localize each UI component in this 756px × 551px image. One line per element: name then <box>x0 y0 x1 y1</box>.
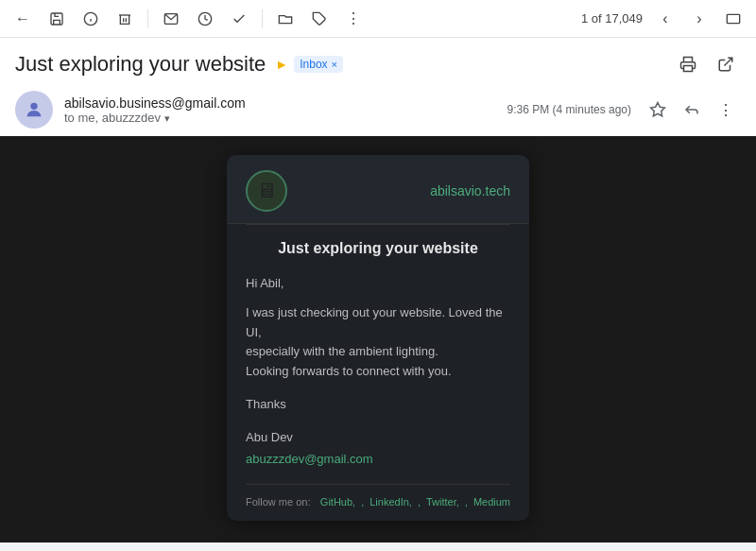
sender-info: abilsavio.business@gmail.com to me, abuz… <box>64 95 507 125</box>
linkedin-link[interactable]: LinkedIn <box>369 496 412 508</box>
important-marker: ► <box>275 57 288 72</box>
github-link[interactable]: GitHub <box>320 496 355 508</box>
svg-rect-0 <box>51 13 62 25</box>
email-card-subject: Just exploring your website <box>246 240 510 257</box>
separator-2: , <box>418 496 421 508</box>
email-card-body: Just exploring your website Hi Abil, I w… <box>227 225 529 484</box>
divider-2 <box>262 9 263 28</box>
tag-icon[interactable] <box>304 4 335 34</box>
clock-icon[interactable] <box>190 4 220 34</box>
email-card-footer: Follow me on: GitHub , LinkedIn , Twitte… <box>246 484 510 521</box>
sender-to-field[interactable]: to me, abuzzzdev ▾ <box>64 111 507 125</box>
email-timestamp: 9:36 PM (4 minutes ago) <box>507 103 631 116</box>
avatar <box>15 91 53 129</box>
svg-rect-8 <box>684 66 693 72</box>
follow-me-section: Follow me on: GitHub , LinkedIn , Twitte… <box>246 496 510 508</box>
page-count: 1 of 17,049 <box>581 11 643 26</box>
thanks-text: Thanks <box>246 395 510 415</box>
print-icon[interactable] <box>673 49 703 79</box>
greeting-text: Hi Abil, <box>246 274 510 294</box>
card-sender-name: Abu Dev <box>246 428 510 448</box>
nav-next-icon[interactable]: › <box>684 4 714 34</box>
reply-icon[interactable] <box>677 95 707 125</box>
svg-point-10 <box>30 103 37 110</box>
card-sender-email[interactable]: abuzzzdev@gmail.com <box>246 452 373 466</box>
email-body-area: 🖥 abilsavio.tech Just exploring your web… <box>0 136 756 542</box>
sender-name: abilsavio.business@gmail.com <box>64 95 507 111</box>
sender-row: abilsavio.business@gmail.com to me, abuz… <box>0 87 756 136</box>
email-logo: 🖥 <box>246 170 287 212</box>
email-content: Hi Abil, I was just checking out your we… <box>246 274 510 469</box>
mail-icon[interactable] <box>156 4 186 34</box>
follow-label: Follow me on: <box>246 496 310 508</box>
chrome-toolbar: ← ⋮ 1 of 17,049 ‹ › <box>0 0 756 38</box>
chevron-down-icon: ▾ <box>164 112 170 124</box>
folder-icon[interactable] <box>270 4 301 34</box>
more-options-icon[interactable]: ⋮ <box>711 95 741 125</box>
sender-actions: 9:36 PM (4 minutes ago) ⋮ <box>507 95 741 125</box>
twitter-link[interactable]: Twitter <box>426 496 459 508</box>
subject-actions <box>673 49 741 79</box>
window-control-icon[interactable] <box>718 4 748 34</box>
save-icon[interactable] <box>42 4 72 34</box>
social-links: GitHub , LinkedIn , Twitter , Medium <box>320 496 510 508</box>
email-card: 🖥 abilsavio.tech Just exploring your web… <box>227 155 529 521</box>
subject-bar: Just exploring your website ► Inbox × <box>0 38 756 87</box>
body-text: I was just checking out your website. Lo… <box>246 303 510 382</box>
svg-marker-11 <box>651 103 665 116</box>
star-icon[interactable] <box>643 95 673 125</box>
inbox-label: Inbox <box>300 58 327 71</box>
svg-line-9 <box>725 58 732 65</box>
external-link-icon[interactable] <box>711 49 741 79</box>
email-site-url: abilsavio.tech <box>430 183 510 198</box>
more-icon[interactable]: ⋮ <box>338 4 369 34</box>
email-card-header: 🖥 abilsavio.tech <box>227 155 529 224</box>
email-subject-title: Just exploring your website <box>15 52 266 77</box>
nav-prev-icon[interactable]: ‹ <box>650 4 680 34</box>
separator-3: , <box>465 496 468 508</box>
badge-close-icon[interactable]: × <box>332 59 337 70</box>
toolbar-right: 1 of 17,049 ‹ › <box>581 4 748 34</box>
back-icon[interactable]: ← <box>8 4 38 34</box>
check-icon[interactable] <box>224 4 254 34</box>
info-icon[interactable] <box>76 4 106 34</box>
svg-rect-7 <box>727 14 739 23</box>
inbox-badge: Inbox × <box>294 56 343 73</box>
trash-icon[interactable] <box>110 4 140 34</box>
separator-1: , <box>361 496 364 508</box>
divider-1 <box>147 9 148 28</box>
medium-link[interactable]: Medium <box>473 496 510 508</box>
